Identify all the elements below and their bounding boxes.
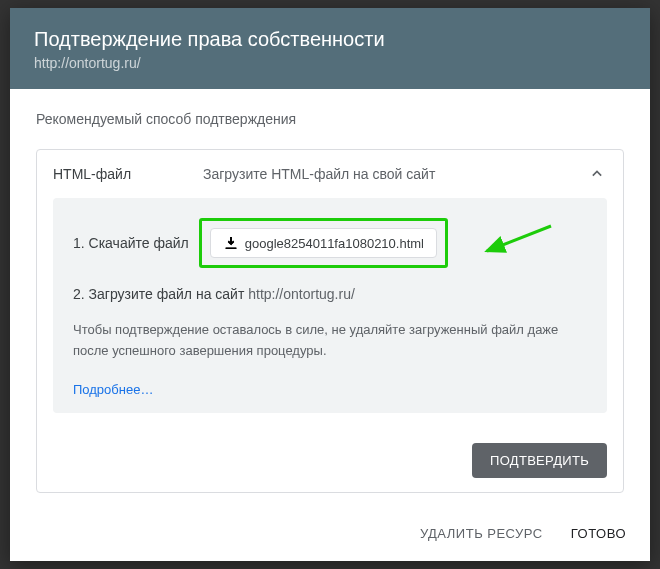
dialog-body[interactable]: Рекомендуемый способ подтверждения HTML-… <box>10 89 650 506</box>
download-icon <box>223 235 239 251</box>
step-1-text: 1. Скачайте файл <box>73 235 189 251</box>
verification-dialog: Подтверждение права собственности http:/… <box>10 8 650 561</box>
recommended-label: Рекомендуемый способ подтверждения <box>36 111 624 127</box>
step-2-url: http://ontortug.ru/ <box>248 286 355 302</box>
delete-resource-button[interactable]: УДАЛИТЬ РЕСУРС <box>420 520 543 547</box>
download-filename: google8254011fa1080210.html <box>245 236 424 251</box>
method-header[interactable]: HTML-файл Загрузите HTML-файл на свой са… <box>37 150 623 198</box>
dialog-footer: УДАЛИТЬ РЕСУРС ГОТОВО <box>10 506 650 561</box>
svg-rect-2 <box>230 237 231 243</box>
chevron-up-icon <box>587 164 607 184</box>
verify-button[interactable]: ПОДТВЕРДИТЬ <box>472 443 607 478</box>
method-title: HTML-файл <box>53 166 203 182</box>
method-content: 1. Скачайте файл google8254011fa1080210.… <box>53 198 607 413</box>
dialog-header: Подтверждение права собственности http:/… <box>10 8 650 89</box>
step-2-row: 2. Загрузите файл на сайт http://ontortu… <box>73 286 587 302</box>
verification-method-card: HTML-файл Загрузите HTML-файл на свой са… <box>36 149 624 493</box>
verify-row: ПОДТВЕРДИТЬ <box>37 429 623 492</box>
done-button[interactable]: ГОТОВО <box>571 520 626 547</box>
method-description: Загрузите HTML-файл на свой сайт <box>203 166 587 182</box>
dialog-title: Подтверждение права собственности <box>34 28 626 51</box>
download-highlight-box: google8254011fa1080210.html <box>199 218 448 268</box>
note-text: Чтобы подтверждение оставалось в силе, н… <box>73 320 587 362</box>
step-2-text: 2. Загрузите файл на сайт <box>73 286 248 302</box>
dialog-subtitle: http://ontortug.ru/ <box>34 55 626 71</box>
step-1-row: 1. Скачайте файл google8254011fa1080210.… <box>73 218 587 268</box>
more-details-link[interactable]: Подробнее… <box>73 382 587 397</box>
svg-rect-0 <box>225 248 236 249</box>
download-file-button[interactable]: google8254011fa1080210.html <box>210 228 437 258</box>
